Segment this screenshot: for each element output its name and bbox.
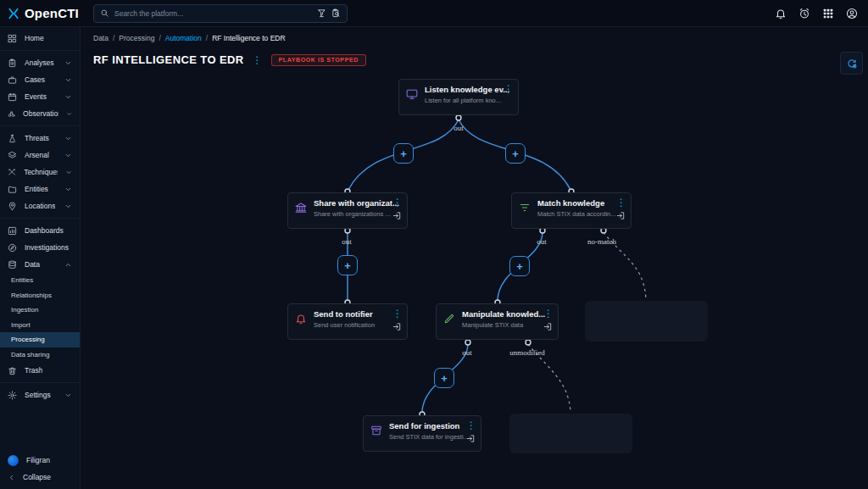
chevron-down-icon xyxy=(64,135,72,142)
search-icon xyxy=(100,6,109,21)
node-menu-button[interactable]: ⋮ xyxy=(504,84,514,94)
chevron-down-icon xyxy=(65,169,72,176)
sidebar-subitem-import[interactable]: Import xyxy=(0,318,80,333)
account-circle-icon[interactable] xyxy=(844,6,860,21)
sidebar-item-techniques[interactable]: Techniques xyxy=(0,164,80,181)
sidebar-item-locations[interactable]: Locations xyxy=(0,197,80,214)
sidebar-subitem-data-sharing[interactable]: Data sharing xyxy=(0,347,80,363)
alarm-clock-icon[interactable] xyxy=(797,6,812,21)
sidebar-subitem-relationships[interactable]: Relationships xyxy=(0,288,80,303)
port-manipulate-unmodified[interactable] xyxy=(526,340,531,345)
sidebar-item-threats[interactable]: Threats xyxy=(0,130,80,147)
opencti-playbook-page: Listen knowledge ev... Listen for all pl… xyxy=(0,0,868,489)
folder-icon xyxy=(8,185,17,194)
binoculars-icon xyxy=(8,109,15,119)
login-arrow-icon xyxy=(616,208,626,224)
chevron-left-icon xyxy=(8,474,15,481)
node-title: Share with organizat... xyxy=(314,198,400,208)
page-header: RF INTELLIGENCE TO EDR ⋮ PLAYBOOK IS STO… xyxy=(93,53,366,66)
pencil-icon xyxy=(443,313,455,328)
node-send-ingestion[interactable]: Send for ingestion Send STIX data for in… xyxy=(363,415,481,452)
node-menu-button[interactable]: ⋮ xyxy=(543,308,554,319)
divider xyxy=(0,218,80,219)
sidebar-item-investigations[interactable]: Investigations xyxy=(0,239,80,256)
node-subtitle: Match STIX data accordin... xyxy=(537,210,624,218)
sidebar-item-events[interactable]: Events xyxy=(0,88,80,105)
node-match-knowledge[interactable]: Match knowledge Match STIX data accordin… xyxy=(511,192,632,229)
chevron-down-icon xyxy=(64,186,72,193)
edge-label: out xyxy=(462,348,472,357)
search-box[interactable] xyxy=(93,4,348,23)
chevron-down-icon xyxy=(64,76,72,84)
sidebar-item-observations[interactable]: Observations xyxy=(0,105,80,122)
node-menu-button[interactable]: ⋮ xyxy=(466,420,476,431)
add-node-button[interactable]: + xyxy=(505,143,526,164)
topbar-actions xyxy=(773,6,868,21)
bar-chart-icon xyxy=(8,226,17,236)
port-manipulate-out[interactable] xyxy=(465,340,470,345)
node-manipulate-knowledge[interactable]: Manipulate knowled... Manipulate STIX da… xyxy=(436,303,559,340)
logo-text: OpenCTI xyxy=(25,6,79,20)
bell-icon xyxy=(295,313,307,328)
node-title: Send for ingestion xyxy=(389,421,474,431)
page-title: RF INTELLIGENCE TO EDR xyxy=(93,53,244,66)
sidebar-item-entities[interactable]: Entities xyxy=(0,181,80,197)
apps-grid-icon[interactable] xyxy=(821,6,836,21)
calendar-icon xyxy=(8,92,17,102)
filigran-logo-icon xyxy=(8,455,19,466)
node-title: Listen knowledge ev... xyxy=(425,85,511,94)
breadcrumb-data[interactable]: Data xyxy=(93,34,108,42)
chevron-down-icon xyxy=(64,59,72,67)
chevron-down-icon xyxy=(64,203,72,210)
status-badge: PLAYBOOK IS STOPPED xyxy=(271,54,366,66)
add-node-button[interactable]: + xyxy=(337,255,358,275)
bulk-search-icon[interactable] xyxy=(331,6,341,21)
sidebar-item-home[interactable]: Home xyxy=(0,30,80,47)
sidebar-footer: Filigran Collapse xyxy=(0,452,80,489)
node-menu-button[interactable]: ⋮ xyxy=(392,308,403,319)
sidebar-item-cases[interactable]: Cases xyxy=(0,71,80,88)
chevron-down-icon xyxy=(64,93,72,101)
sidebar-item-trash[interactable]: Trash xyxy=(0,362,80,379)
gear-icon xyxy=(8,391,17,400)
add-node-button[interactable]: + xyxy=(434,368,454,388)
search-input[interactable] xyxy=(114,9,312,18)
node-menu-button[interactable]: ⋮ xyxy=(616,197,626,208)
sidebar-subitem-entities[interactable]: Entities xyxy=(0,273,80,288)
login-arrow-icon xyxy=(543,320,553,335)
opencti-logo[interactable]: OpenCTI xyxy=(0,6,81,20)
add-node-button[interactable]: + xyxy=(509,256,530,276)
filigran-brand[interactable]: Filigran xyxy=(0,452,80,469)
divider xyxy=(0,50,80,51)
sidebar-item-settings[interactable]: Settings xyxy=(0,386,80,403)
port-listen-out[interactable] xyxy=(456,115,461,120)
crossed-tools-icon xyxy=(8,168,16,177)
node-listen-knowledge[interactable]: Listen knowledge ev... Listen for all pl… xyxy=(398,79,519,115)
sidebar-subitem-ingestion[interactable]: Ingestion xyxy=(0,303,80,318)
node-subtitle: Send user notification xyxy=(314,321,400,329)
sidebar-subitem-processing[interactable]: Processing xyxy=(0,332,80,347)
login-arrow-icon xyxy=(392,320,402,335)
sync-settings-button[interactable] xyxy=(840,52,863,75)
node-share-organizations[interactable]: Share with organizat... Share with organ… xyxy=(287,192,408,229)
node-send-notifier[interactable]: Send to notifier Send user notification … xyxy=(287,303,408,340)
briefcase-icon xyxy=(8,75,17,85)
breadcrumb-processing[interactable]: Processing xyxy=(119,34,154,42)
filter-icon[interactable] xyxy=(317,6,326,21)
breadcrumb-automation[interactable]: Automation xyxy=(165,34,202,42)
collapse-sidebar-button[interactable]: Collapse xyxy=(0,469,80,486)
playbook-menu-button[interactable]: ⋮ xyxy=(253,55,263,65)
sidebar-item-arsenal[interactable]: Arsenal xyxy=(0,147,80,164)
sidebar-item-data[interactable]: Data xyxy=(0,256,80,273)
node-title: Send to notifier xyxy=(314,309,400,319)
chevron-down-icon xyxy=(64,152,72,159)
node-title: Manipulate knowled... xyxy=(462,309,551,319)
sidebar-item-dashboards[interactable]: Dashboards xyxy=(0,222,80,239)
chevron-down-icon xyxy=(66,110,72,118)
node-menu-button[interactable]: ⋮ xyxy=(392,197,403,208)
chevron-up-icon xyxy=(64,261,72,269)
node-subtitle: Share with organizations ... xyxy=(314,210,400,218)
add-node-button[interactable]: + xyxy=(393,143,414,164)
notifications-bell-icon[interactable] xyxy=(773,6,788,21)
sidebar-item-analyses[interactable]: Analyses xyxy=(0,54,80,71)
